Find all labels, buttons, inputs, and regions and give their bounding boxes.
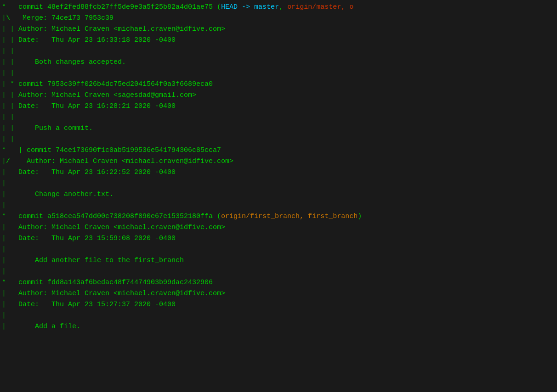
terminal-text: |: [2, 266, 10, 277]
terminal-text: |: [2, 321, 35, 332]
terminal-line: |: [0, 200, 557, 211]
terminal-text: |: [2, 222, 10, 233]
terminal-line: | Date: Thu Apr 23 15:27:37 2020 -0400: [0, 299, 557, 310]
terminal-line: | Author: Michael Craven <michael.craven…: [0, 222, 557, 233]
terminal-line: | | Date: Thu Apr 23 16:33:18 2020 -0400: [0, 35, 557, 46]
terminal-text: | |: [2, 112, 18, 123]
terminal-text: commit fdd8a143af6bedac48f74474903b99dac…: [18, 277, 213, 288]
terminal-text: * |: [2, 145, 27, 156]
terminal-line: | Change another.txt.: [0, 189, 557, 200]
terminal-text: |: [2, 167, 18, 178]
terminal-text: HEAD -> master: [221, 2, 279, 13]
terminal-text: Merge: 74ce173 7953c39: [14, 13, 114, 24]
terminal-text: | |: [2, 46, 18, 57]
terminal-line: | Date: Thu Apr 23 15:59:08 2020 -0400: [0, 233, 557, 244]
terminal-text: Author: Michael Craven <michael.craven@i…: [18, 156, 233, 167]
terminal-text: Date: Thu Apr 23 16:28:21 2020 -0400: [18, 101, 176, 112]
terminal-text: origin/first_branch, first_branch: [221, 211, 358, 222]
terminal-text: | |: [2, 90, 18, 101]
terminal-text: Date: Thu Apr 23 16:22:52 2020 -0400: [18, 167, 176, 178]
terminal-text: | |: [2, 68, 18, 79]
terminal-line: |: [0, 178, 557, 189]
terminal-line: | Add another file to the first_branch: [0, 255, 557, 266]
terminal-text: Author: Michael Craven <michael.craven@i…: [10, 222, 225, 233]
terminal-text: |: [2, 233, 10, 244]
terminal-line: | | Date: Thu Apr 23 16:28:21 2020 -0400: [0, 101, 557, 112]
terminal-line: | | Author: Michael Craven <sagesdad@gma…: [0, 90, 557, 101]
terminal-text: Add another file to the first_branch: [35, 255, 184, 266]
terminal-text: |: [2, 200, 18, 211]
terminal-text: | |: [2, 24, 18, 35]
terminal-text: |: [2, 255, 35, 266]
terminal-line: |: [0, 310, 557, 321]
terminal-line: |: [0, 266, 557, 277]
terminal-text: Date: Thu Apr 23 15:59:08 2020 -0400: [10, 233, 176, 244]
terminal-line: | |: [0, 134, 557, 145]
terminal-text: *: [2, 2, 18, 13]
terminal-line: |\ Merge: 74ce173 7953c39: [0, 13, 557, 24]
terminal-text: |: [2, 299, 10, 310]
terminal-text: |: [2, 178, 18, 189]
terminal-text: Author: Michael Craven <michael.craven@i…: [18, 24, 225, 35]
terminal-text: | |: [2, 134, 18, 145]
terminal-text: | *: [2, 79, 18, 90]
terminal-text: Author: Michael Craven <michael.craven@i…: [10, 288, 225, 299]
terminal-text: Both changes accepted.: [35, 57, 126, 68]
terminal-line: * commit 48ef2fed88fcb27ff5de9e3a5f25b82…: [0, 2, 557, 13]
terminal-line: |: [0, 244, 557, 255]
terminal-line: * commit fdd8a143af6bedac48f74474903b99d…: [0, 277, 557, 288]
terminal-text: | |: [2, 35, 18, 46]
terminal-text: Change another.txt.: [35, 189, 114, 200]
terminal-text: commit 74ce173690f1c0ab5199536e541794306…: [27, 145, 221, 156]
terminal-text: Add a file.: [35, 321, 80, 332]
terminal-text: commit 7953c39ff026b4dc75ed2041564f0a3f6…: [18, 79, 213, 90]
terminal-window: * commit 48ef2fed88fcb27ff5de9e3a5f25b82…: [0, 0, 557, 392]
terminal-text: | |: [2, 101, 18, 112]
terminal-line: | | Author: Michael Craven <michael.crav…: [0, 24, 557, 35]
terminal-text: commit 48ef2fed88fcb27ff5de9e3a5f25b82a4…: [18, 2, 221, 13]
terminal-text: |: [2, 288, 10, 299]
terminal-line: | | Push a commit.: [0, 123, 557, 134]
terminal-text: |: [2, 189, 35, 200]
terminal-text: | |: [2, 123, 35, 134]
terminal-line: * | commit 74ce173690f1c0ab5199536e54179…: [0, 145, 557, 156]
terminal-text: |: [2, 244, 10, 255]
terminal-line: | | Both changes accepted.: [0, 57, 557, 68]
terminal-line: | * commit 7953c39ff026b4dc75ed2041564f0…: [0, 79, 557, 90]
terminal-line: * commit a518cea547dd00c738208f890e67e15…: [0, 211, 557, 222]
terminal-text: commit a518cea547dd00c738208f890e67e1535…: [18, 211, 221, 222]
terminal-line: | |: [0, 68, 557, 79]
terminal-text: Author: Michael Craven <sagesdad@gmail.c…: [18, 90, 196, 101]
terminal-text: Date: Thu Apr 23 15:27:37 2020 -0400: [10, 299, 176, 310]
terminal-text: origin/master, o: [287, 2, 353, 13]
terminal-line: | |: [0, 112, 557, 123]
terminal-line: | Add a file.: [0, 321, 557, 332]
terminal-text: | |: [2, 57, 35, 68]
terminal-line: | Date: Thu Apr 23 16:22:52 2020 -0400: [0, 167, 557, 178]
terminal-line: | Author: Michael Craven <michael.craven…: [0, 288, 557, 299]
terminal-text: Date: Thu Apr 23 16:33:18 2020 -0400: [18, 35, 176, 46]
terminal-line: | |: [0, 46, 557, 57]
terminal-text: |\: [2, 13, 14, 24]
terminal-text: *: [2, 277, 18, 288]
terminal-text: |/: [2, 156, 18, 167]
terminal-text: |: [2, 310, 10, 321]
terminal-line: |/ Author: Michael Craven <michael.crave…: [0, 156, 557, 167]
terminal-text: ,: [279, 2, 287, 13]
terminal-text: *: [2, 211, 18, 222]
terminal-text: Push a commit.: [35, 123, 93, 134]
terminal-text: ): [358, 211, 362, 222]
